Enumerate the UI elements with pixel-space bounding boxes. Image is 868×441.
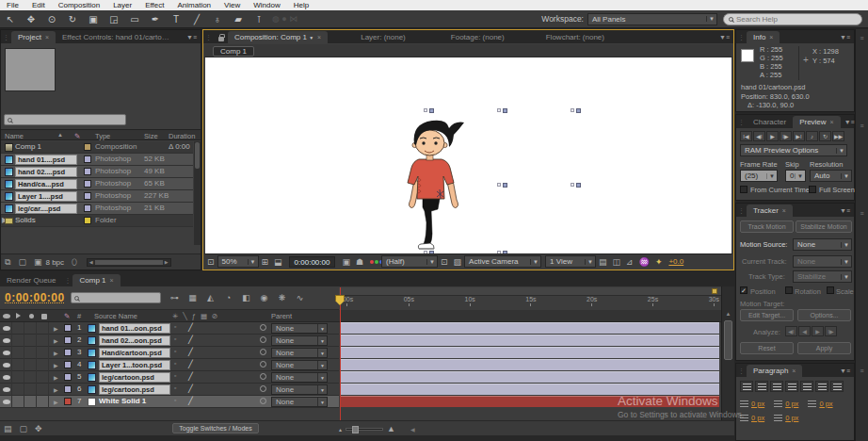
tab-character[interactable]: Character [747, 116, 793, 128]
resolution-preview-dropdown[interactable]: Auto▼ [810, 170, 852, 182]
layer-duration-bar[interactable] [341, 322, 719, 334]
composition-viewport[interactable] [205, 57, 731, 256]
layer-name[interactable]: Layer 1...toon.psd [99, 360, 170, 370]
ram-preview-options-dropdown[interactable]: RAM Preview Options▼ [740, 144, 847, 156]
label-color-chip[interactable] [64, 336, 72, 344]
tab-preview[interactable]: Preview× [793, 116, 841, 128]
expand-arrow-icon[interactable]: ▶ [54, 350, 58, 356]
timeline-columns-header[interactable]: ✎ # Source Name ✳╲ƒ▦⊘ Parent [0, 310, 339, 322]
position-checkbox[interactable]: ✓ [740, 286, 747, 294]
new-composition-icon[interactable]: ▣ [34, 257, 42, 267]
collapse-switch-icon[interactable]: ▫ [174, 348, 176, 354]
layer-handle-marker[interactable] [571, 108, 582, 114]
workspace-dropdown[interactable]: All Panels▼ [587, 13, 717, 25]
layer-duration-bar[interactable] [341, 371, 719, 383]
track-type-dropdown[interactable]: Stabilize▼ [793, 270, 852, 283]
tab-tracker[interactable]: Tracker× [747, 204, 793, 217]
expand-arrow-icon[interactable]: ▶ [54, 386, 58, 393]
region-of-interest-icon[interactable]: ⊡ [441, 257, 448, 267]
spacing-field[interactable]: 0 px [774, 414, 798, 422]
expand-arrow-icon[interactable]: ▶ [54, 399, 58, 405]
spacing-field[interactable]: 0 px [740, 414, 764, 422]
tab-flowchart[interactable]: Flowchart: (none) [539, 31, 611, 43]
timeline-button-icon[interactable]: ⊿ [626, 257, 634, 267]
snapshot-icon[interactable]: ▣ [342, 257, 350, 267]
view-layout-dropdown[interactable]: 1 View▼ [545, 255, 596, 268]
close-icon[interactable]: × [782, 207, 786, 214]
parent-dropdown[interactable]: None▼ [271, 323, 328, 334]
timeline-search[interactable] [71, 292, 161, 303]
project-item-row[interactable]: Layer 1....psd Photoshop 227 KB [1, 190, 193, 203]
quality-switch-icon[interactable]: ╱ [188, 397, 193, 405]
track-motion-button[interactable]: Track Motion [740, 220, 794, 233]
resolution-dropdown[interactable]: (Half)▼ [381, 255, 438, 268]
eye-icon[interactable] [3, 338, 10, 343]
quality-switch-icon[interactable]: ╱ [188, 348, 193, 356]
pick-whip-icon[interactable] [260, 324, 266, 331]
column-duration[interactable]: Duration [169, 132, 195, 140]
layer-row[interactable]: ▶ 2 hand 02...oon.psd ▫ ╱ None▼ [0, 335, 339, 347]
panel-menu-icon[interactable]: ▼≡ [183, 31, 201, 43]
type-tool-icon[interactable]: T [167, 12, 185, 26]
item-name[interactable]: Comp 1 [15, 142, 77, 151]
menu-item[interactable]: Help [287, 1, 315, 9]
current-timecode[interactable]: 0:00:00:00 [5, 291, 65, 304]
draft-3d-icon[interactable]: ◭ [201, 290, 219, 305]
zoom-out-icon[interactable]: ▴ [339, 426, 342, 433]
layer-row[interactable]: ▶ 3 Hand/cartoon.psd ▫ ╱ None▼ [0, 347, 339, 359]
viewer-timecode[interactable]: 0:00:00:00 [289, 256, 336, 268]
close-icon[interactable]: × [110, 277, 114, 284]
panel-menu-icon[interactable]: ▼≡ [836, 31, 854, 43]
item-name[interactable]: Solids [15, 216, 77, 224]
from-current-time-checkbox[interactable] [740, 186, 747, 193]
flowchart-button-icon[interactable]: ♒ [639, 257, 650, 267]
time-ruler[interactable]: :00s05s10s15s20s25s30s [341, 296, 719, 306]
label-color-chip[interactable] [64, 373, 72, 381]
layer-row[interactable]: ▶ 5 leg/cartoon.psd ▫ ╱ None▼ [0, 371, 339, 384]
mask-visibility-icon[interactable]: ⬓ [274, 257, 282, 267]
horizontal-scrollbar[interactable]: ◀▶ [87, 258, 171, 267]
skip-dropdown[interactable]: 0▼ [785, 170, 806, 182]
tab-paragraph[interactable]: Paragraph× [747, 365, 802, 377]
expand-arrow-icon[interactable]: ▶ [54, 337, 58, 344]
pick-whip-icon[interactable] [260, 349, 266, 355]
help-search-input[interactable] [736, 15, 857, 24]
current-track-dropdown[interactable]: None▼ [793, 255, 852, 268]
panel-grip[interactable]: ⋮ [736, 204, 747, 217]
justify-last-right-icon[interactable] [815, 381, 828, 392]
indent-field[interactable]: 0 px [740, 400, 764, 408]
lock-icon[interactable] [218, 37, 224, 41]
menu-item[interactable]: Layer [106, 1, 138, 9]
motion-blur-icon[interactable]: ◉ [255, 290, 273, 305]
brainstorm-icon[interactable]: ❋ [273, 290, 291, 305]
eraser-tool-icon[interactable]: ▰ [229, 12, 248, 26]
menu-item[interactable]: Edit [25, 1, 52, 9]
selection-tool-icon[interactable]: ↖ [1, 12, 20, 26]
layer-duration-bar[interactable] [341, 335, 719, 346]
project-item-row[interactable]: hand 02....psd Photoshop 49 KB [1, 166, 193, 178]
eye-icon[interactable] [3, 351, 10, 355]
indent-field[interactable]: 0 px [808, 400, 832, 408]
zoom-in-icon[interactable]: ▲ [387, 424, 395, 433]
prev-frame-button[interactable]: ◀Ι [753, 131, 765, 141]
quality-switch-icon[interactable]: ╱ [188, 360, 193, 368]
cartoon-character[interactable] [385, 114, 479, 255]
indent-field[interactable]: 0 px [774, 400, 798, 408]
breadcrumb[interactable]: Comp 1 [213, 46, 254, 57]
options-button[interactable]: Options... [797, 309, 851, 321]
collapse-switch-icon[interactable]: ▫ [174, 360, 176, 367]
safe-margins-icon[interactable]: ⊞ [262, 257, 269, 267]
hand-tool-icon[interactable]: ✥ [22, 12, 40, 26]
quality-switch-icon[interactable]: ╱ [188, 372, 193, 381]
bit-depth[interactable]: 8 bpc [45, 258, 64, 267]
collapse-switch-icon[interactable]: ▫ [174, 397, 176, 403]
panel-menu-icon[interactable]: ▼≡ [715, 31, 733, 43]
pick-whip-icon[interactable] [260, 361, 266, 368]
column-size[interactable]: Size [144, 132, 158, 140]
frame-blend-icon[interactable]: ◧ [237, 290, 255, 305]
layer-name[interactable]: White Solid 1 [99, 397, 170, 405]
item-name[interactable]: Layer 1....psd [15, 191, 77, 202]
expand-arrow-icon[interactable]: ▶ [54, 362, 58, 368]
tab-info[interactable]: Info× [747, 31, 780, 43]
expand-transfer-controls-icon[interactable]: ▢ [20, 424, 28, 433]
